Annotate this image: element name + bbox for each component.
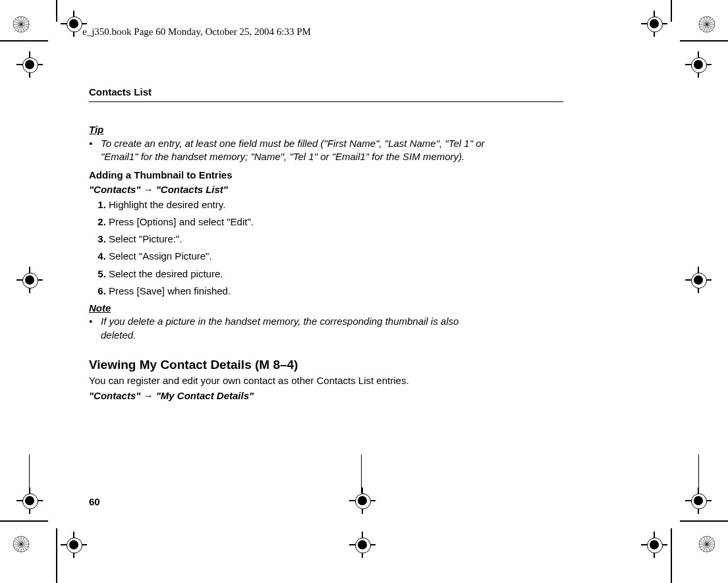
crop-line-top-right (680, 40, 728, 42)
registration-mark-icon (12, 15, 30, 34)
crop-line-bottom-right (680, 520, 728, 522)
page-number: 60 (89, 496, 100, 507)
step-item: Select "Picture:". (109, 233, 563, 246)
note-text: • If you delete a picture in the handset… (89, 315, 563, 342)
tip-label: Tip (89, 123, 563, 136)
step-item: Press [Options] and select "Edit". (109, 215, 563, 229)
crop-line-top-left (0, 40, 48, 42)
crop-line-bottom-left (0, 520, 48, 522)
viewing-nav-path: "Contacts" → "My Contact Details" (89, 389, 563, 403)
step-item: Select "Assign Picture". (109, 250, 563, 263)
crosshair-icon (61, 532, 87, 558)
viewing-heading: Viewing My Contact Details (M 8–4) (89, 356, 563, 374)
crosshair-icon (16, 487, 43, 514)
document-header: e_j350.book Page 60 Monday, October 25, … (82, 26, 311, 38)
crosshair-icon (16, 267, 43, 293)
crop-vline-bl (56, 528, 57, 583)
crosshair-icon (685, 51, 712, 78)
crop-vline-br (671, 528, 672, 583)
crosshair-icon (685, 487, 712, 514)
thumbnail-steps: Highlight the desired entry. Press [Opti… (89, 198, 563, 298)
crop-vline-tl (56, 0, 57, 22)
registration-mark-icon (12, 535, 30, 553)
crosshair-icon (349, 532, 376, 558)
registration-mark-icon (698, 15, 716, 34)
crosshair-icon (349, 487, 376, 514)
registration-mark-icon (698, 535, 716, 553)
crosshair-icon (641, 532, 667, 558)
crosshair-icon (685, 267, 712, 293)
step-item: Select the desired picture. (109, 267, 563, 281)
section-title: Contacts List (89, 86, 563, 102)
crop-vline-tr (671, 0, 672, 22)
thumbnail-nav-path: "Contacts" → "Contacts List" (89, 183, 563, 196)
step-item: Highlight the desired entry. (109, 198, 563, 211)
viewing-description: You can register and edit your own conta… (89, 374, 563, 387)
thumbnail-heading: Adding a Thumbnail to Entries (89, 169, 563, 182)
note-label: Note (89, 302, 563, 315)
page-content: Contacts List Tip • To create an entry, … (89, 86, 563, 403)
crosshair-icon (641, 11, 667, 37)
tip-text: • To create an entry, at least one field… (89, 137, 563, 164)
step-item: Press [Save] when finished. (109, 285, 563, 298)
crosshair-icon (16, 51, 43, 78)
